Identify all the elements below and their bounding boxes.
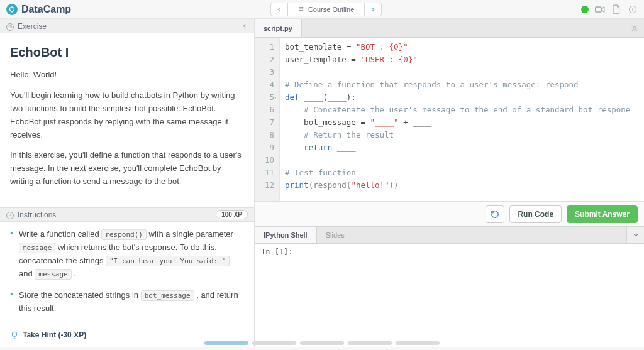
code-content: bot_template = "BOT : {0}" user_template… — [280, 38, 635, 201]
menu-icon — [298, 6, 304, 13]
target-icon: ⊙ — [6, 21, 14, 31]
next-exercise-button[interactable] — [364, 3, 382, 16]
progress-segment-1[interactable] — [204, 341, 248, 345]
video-icon[interactable] — [595, 4, 605, 14]
console-prompt: In [1]: — [261, 248, 297, 256]
exercise-header-label: Exercise — [18, 22, 47, 31]
pdf-icon[interactable] — [611, 4, 621, 14]
brand-name: DataCamp — [21, 4, 71, 15]
brand-badge-icon — [6, 4, 18, 15]
xp-badge: 100 XP — [216, 210, 248, 219]
exercise-title: EchoBot I — [10, 42, 244, 62]
hint-label: Take Hint (-30 XP) — [23, 331, 86, 339]
right-panel: script.py 123456789101112 ▾ bot_template… — [255, 19, 644, 347]
console-cursor — [299, 248, 299, 257]
editor-gutter: 123456789101112 — [255, 38, 280, 201]
brand-logo[interactable]: DataCamp — [6, 4, 71, 15]
exercise-para-1: You'll begin learning how to build chatb… — [10, 89, 244, 141]
instructions-body: Write a function called respond() with a… — [0, 222, 254, 331]
topbar-right: i — [581, 4, 638, 14]
reset-code-button[interactable] — [486, 205, 504, 223]
theme-toggle-button[interactable] — [625, 19, 644, 37]
run-code-button[interactable]: Run Code — [509, 205, 562, 223]
progress-segment-2[interactable] — [252, 341, 296, 345]
prev-exercise-button[interactable] — [270, 3, 288, 16]
exercise-para-2: In this exercise, you'll define a functi… — [10, 149, 244, 188]
progress-segment-5[interactable] — [396, 341, 440, 345]
submit-answer-button[interactable]: Submit Answer — [567, 205, 638, 223]
svg-point-2 — [633, 27, 636, 30]
tab-slides[interactable]: Slides — [317, 227, 353, 243]
instructions-header-label: Instructions — [18, 211, 56, 219]
topbar-nav: Course Outline — [270, 3, 382, 16]
progress-footer — [0, 341, 644, 345]
code-editor[interactable]: 123456789101112 ▾ bot_template = "BOT : … — [255, 38, 644, 201]
topbar: DataCamp Course Outline i — [0, 0, 644, 19]
collapse-console-button[interactable] — [626, 227, 644, 243]
course-outline-label: Course Outline — [308, 6, 354, 13]
fold-marker-icon[interactable]: ▾ — [274, 91, 277, 104]
main-area: ⊙ Exercise EchoBot I Hello, World! You'l… — [0, 19, 644, 347]
editor-tabs: script.py — [255, 19, 644, 38]
console-body[interactable]: In [1]: — [255, 244, 644, 347]
instructions-header: ✓ Instructions 100 XP — [0, 207, 254, 222]
instruction-item-2: Store the concatenated strings in bot_me… — [10, 289, 244, 315]
collapse-left-button[interactable] — [242, 22, 248, 31]
greeting-text: Hello, World! — [10, 68, 244, 82]
editor-tab-scriptpy[interactable]: script.py — [255, 19, 302, 37]
info-icon[interactable]: i — [628, 4, 638, 14]
editor-action-bar: Run Code Submit Answer — [255, 201, 644, 226]
status-indicator-icon — [581, 6, 589, 13]
instruction-item-1: Write a function called respond() with a… — [10, 228, 244, 280]
left-panel: ⊙ Exercise EchoBot I Hello, World! You'l… — [0, 19, 255, 347]
checklist-icon: ✓ — [6, 210, 14, 219]
tab-ipython-shell[interactable]: IPython Shell — [255, 227, 317, 243]
svg-rect-0 — [596, 7, 601, 12]
progress-segment-4[interactable] — [348, 341, 392, 345]
console-tabs: IPython Shell Slides — [255, 226, 644, 244]
svg-point-1 — [13, 332, 17, 336]
exercise-header: ⊙ Exercise — [0, 19, 254, 33]
course-outline-button[interactable]: Course Outline — [288, 3, 364, 16]
exercise-body: EchoBot I Hello, World! You'll begin lea… — [0, 33, 254, 207]
progress-segment-3[interactable] — [300, 341, 344, 345]
